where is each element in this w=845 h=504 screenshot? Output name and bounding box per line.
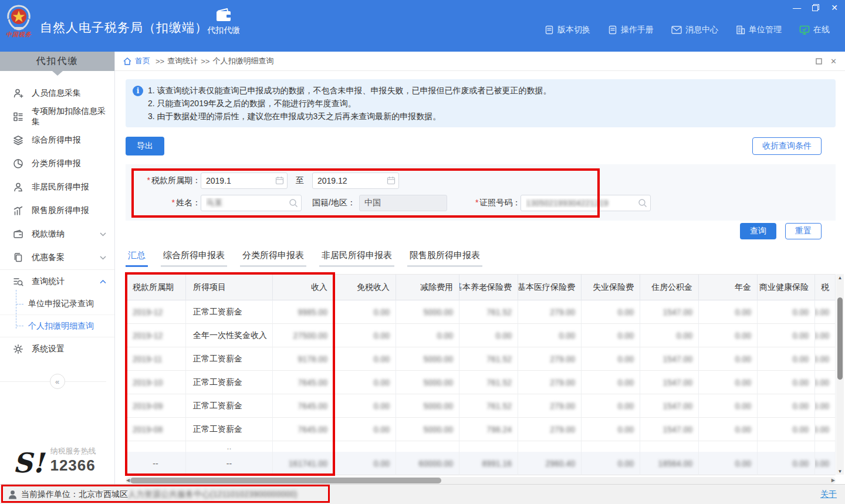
table-cell: -- [186, 452, 273, 475]
vertical-scroll-thumb[interactable] [837, 297, 843, 380]
scroll-up-icon[interactable]: ▲ [838, 274, 843, 281]
table-cell: 0.00 [758, 324, 815, 347]
horizontal-scrollbar[interactable]: ◀ ▶ [126, 477, 836, 484]
table-cell: 正常工资薪金 [186, 347, 273, 371]
table-row: 2019-09正常工资薪金7645.000.005000.00761.52279… [126, 394, 836, 418]
about-link[interactable]: 关于 [820, 489, 837, 500]
panel-close-icon[interactable]: ✕ [830, 57, 837, 66]
table-cell: 0.00 [699, 452, 758, 475]
export-button[interactable]: 导出 [126, 137, 164, 155]
top-menu-item-0[interactable]: 版本切换 [545, 25, 590, 35]
table-row: 2019-08正常工资薪金7645.000.005000.00798.24279… [126, 418, 836, 441]
table-cell [582, 441, 640, 452]
horizontal-scroll-thumb[interactable] [130, 478, 441, 483]
table-cell: 0.00 [699, 300, 758, 324]
table-cell: 2019-12 [126, 324, 186, 347]
search-list-icon [13, 276, 23, 287]
table-cell: 0.00 [699, 324, 758, 347]
tab-4[interactable]: 限售股所得申报表 [407, 250, 482, 267]
vertical-scrollbar[interactable]: ▲ ▼ [836, 274, 844, 475]
sidebar-item-7[interactable]: 优惠备案 [0, 246, 114, 269]
table-cell: 798.24 [459, 418, 518, 441]
hotline-number: 12366 [50, 456, 96, 475]
tab-1[interactable]: 综合所得申报表 [161, 250, 227, 267]
reset-button[interactable]: 重置 [785, 223, 822, 239]
top-menu-item-4[interactable]: 在线 [799, 25, 830, 35]
sidebar-subitem-0[interactable]: 单位申报记录查询 [0, 293, 114, 315]
sidebar-item-4[interactable]: 非居民所得申报 [0, 175, 114, 199]
table-cell: 2019-10 [126, 371, 186, 394]
table-cell: 7645.00 [273, 394, 334, 418]
name-input[interactable] [201, 195, 302, 211]
query-button[interactable]: 查询 [740, 223, 776, 239]
table-cell: 2019-12 [126, 300, 186, 324]
notice-box: i 1. 该查询统计表仅能查询已申报成功的数据，不包含未申报、申报失败，已申报但… [126, 79, 836, 127]
top-menu-item-3[interactable]: 单位管理 [736, 25, 782, 35]
tab-3[interactable]: 非居民所得申报表 [319, 250, 394, 267]
breadcrumb-item: 查询统计 [167, 56, 198, 66]
notice-line: 2. 只能查询2019年及之后的数据，不能进行跨年度查询。 [148, 97, 552, 110]
table-cell [699, 441, 758, 452]
table-cell: 1547.00 [640, 371, 699, 394]
sidebar-item-9[interactable]: 系统设置 [0, 337, 114, 361]
sidebar-item-3[interactable]: 分类所得申报 [0, 152, 114, 175]
window-controls: — ✕ [792, 3, 839, 12]
period-from-input[interactable] [201, 172, 288, 189]
tab-0[interactable]: 汇总 [126, 250, 148, 267]
minimize-icon[interactable]: — [792, 3, 802, 12]
table-cell: 1547.00 [640, 394, 699, 418]
table-cell: 0.00 [699, 371, 758, 394]
table-cell: 0.00 [582, 324, 640, 347]
sidebar-item-8[interactable]: 查询统计 [0, 270, 114, 293]
sidebar-item-6[interactable]: 税款缴纳 [0, 222, 114, 246]
id-number-input[interactable] [520, 195, 651, 211]
sidebar-item-0[interactable]: 人员信息采集 [0, 82, 114, 105]
collapse-sidebar-button[interactable]: « [50, 374, 65, 389]
table-cell: 2019-11 [126, 347, 186, 371]
sidebar-subitem-1[interactable]: 个人扣缴明细查询 [0, 315, 114, 337]
table-cell: 0.00 [815, 418, 836, 441]
nationality-label: 国籍/地区： [312, 198, 356, 208]
module-tab-daikou[interactable]: 代扣代缴 [202, 8, 245, 36]
period-to-input[interactable] [312, 172, 399, 189]
sidebar-item-5[interactable]: 限售股所得申报 [0, 199, 114, 222]
column-header: 基本养老保险费 [459, 275, 518, 300]
collapse-query-button[interactable]: 收折查询条件 [752, 137, 822, 155]
mail-icon [671, 26, 682, 34]
table-cell: 0.00 [334, 347, 396, 371]
top-menu: 版本切换操作手册消息中心单位管理在线 [545, 25, 830, 35]
table-cell: 1547.00 [640, 418, 699, 441]
sidebar-item-1[interactable]: 专项附加扣除信息采集 [0, 105, 114, 128]
table-cell: 0.00 [582, 371, 640, 394]
table-cell: 9985.00 [273, 300, 334, 324]
titlebar: — ✕ 中国税务 自然人电子税务局（扣缴端） 代扣代缴 版本切换操作手册消息中心 [0, 0, 845, 52]
wallet-icon [215, 8, 232, 22]
top-menu-item-1[interactable]: 操作手册 [608, 25, 654, 35]
column-header: 商业健康保险 [758, 275, 815, 300]
online-icon [799, 25, 810, 35]
tab-2[interactable]: 分类所得申报表 [240, 250, 306, 267]
form-actions: 查询 重置 [126, 223, 836, 239]
table-cell: .. [186, 441, 273, 452]
breadcrumb-home[interactable]: 首页 [135, 56, 150, 66]
scroll-right-icon[interactable]: ▶ [832, 478, 835, 483]
scroll-left-icon[interactable]: ◀ [126, 478, 130, 483]
column-header: 减除费用 [396, 275, 459, 300]
app-title: 自然人电子税务局（扣缴端） [40, 19, 208, 36]
table-cell [334, 441, 396, 452]
table-cell: 161741.00 [273, 452, 334, 475]
top-menu-item-2[interactable]: 消息中心 [671, 25, 718, 35]
table-cell: 0.00 [640, 324, 699, 347]
hotline-caption: 纳税服务热线 [50, 446, 96, 456]
restore-icon[interactable] [811, 3, 820, 12]
table-cell: 0.00 [582, 452, 640, 475]
home-icon [123, 57, 131, 65]
scroll-down-icon[interactable]: ▼ [838, 468, 843, 475]
breadcrumb: 首页 >> 查询统计 >> 个人扣缴明细查询 ✕ [115, 52, 845, 71]
table-cell: 0.00 [518, 324, 582, 347]
close-icon[interactable]: ✕ [830, 3, 839, 12]
table-cell: 0.00 [699, 394, 758, 418]
panel-maximize-icon[interactable] [816, 57, 822, 66]
table-cell: 5000.00 [396, 347, 459, 371]
sidebar-item-2[interactable]: 综合所得申报 [0, 128, 114, 152]
